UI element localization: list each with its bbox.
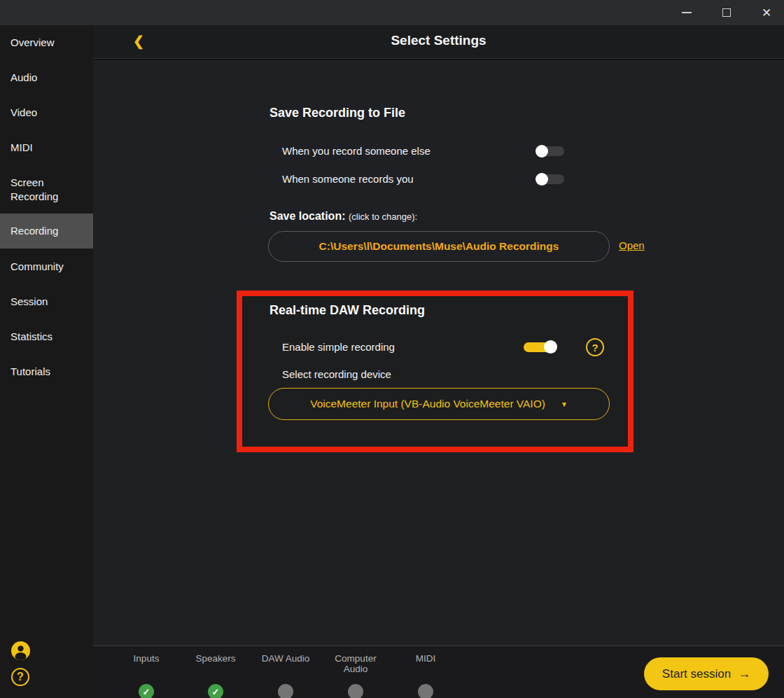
page-header: ❮ Select Settings: [93, 25, 784, 59]
status-inputs: Inputs ✓: [118, 653, 174, 664]
question-glyph: ?: [17, 671, 24, 683]
status-speakers: Speakers ✓: [188, 653, 244, 664]
start-session-button[interactable]: Start session →: [644, 657, 769, 690]
check-icon: ✓: [212, 687, 220, 697]
sidebar-item-session[interactable]: Session: [0, 295, 93, 309]
toggle-knob: [544, 340, 557, 354]
save-location-path: C:\Users\l\Documents\Muse\Audio Recordin…: [319, 240, 559, 253]
sidebar-item-recording[interactable]: Recording: [0, 214, 93, 249]
status-label: Computer Audio: [328, 653, 384, 674]
toggle-knob: [536, 173, 548, 186]
sidebar-item-label: Video: [10, 106, 82, 120]
save-location-label-text: Save location:: [270, 210, 345, 222]
sidebar-item-video[interactable]: Video: [0, 106, 93, 120]
window-titlebar: ✕: [0, 0, 784, 25]
maximize-icon: [722, 8, 731, 17]
sidebar-item-label: Statistics: [10, 330, 82, 344]
record-someone-else-toggle[interactable]: [536, 146, 564, 156]
record-someone-else-label: When you record someone else: [282, 145, 430, 157]
sidebar-item-community[interactable]: Community: [0, 260, 93, 274]
sidebar-item-label: Overview: [10, 36, 82, 50]
sidebar-item-label: MIDI: [10, 141, 82, 155]
status-label: Inputs: [118, 653, 174, 664]
sidebar-item-label: Session: [10, 295, 82, 309]
status-daw-audio: DAW Audio: [258, 653, 314, 664]
sidebar-item-audio[interactable]: Audio: [0, 71, 93, 85]
minimize-icon: [682, 12, 692, 13]
select-recording-device-label: Select recording device: [282, 368, 391, 380]
save-recording-section-title: Save Recording to File: [270, 106, 405, 120]
sidebar-item-screen-recording[interactable]: Screen Recording: [0, 176, 93, 204]
page-title: Select Settings: [93, 33, 784, 48]
inputs-status-ok-icon: ✓: [139, 684, 154, 698]
settings-content: Save Recording to File When you record s…: [93, 60, 784, 645]
sidebar-item-tutorials[interactable]: Tutorials: [0, 365, 93, 379]
status-midi: MIDI: [398, 653, 454, 664]
recording-device-value: VoiceMeeter Input (VB-Audio VoiceMeeter …: [310, 398, 545, 410]
midi-status-inactive-icon: [418, 684, 433, 698]
save-location-label: Save location: (click to change):: [270, 210, 417, 223]
open-folder-link[interactable]: Open: [619, 239, 645, 251]
sidebar-item-midi[interactable]: MIDI: [0, 141, 93, 155]
help-button[interactable]: ?: [11, 668, 29, 686]
sidebar-item-label: Audio: [10, 71, 82, 85]
sidebar-item-label: Screen Recording: [10, 176, 82, 204]
chevron-down-icon: ▼: [561, 400, 568, 408]
enable-simple-recording-toggle[interactable]: [524, 342, 556, 352]
maximize-button[interactable]: [716, 3, 737, 22]
simple-recording-help-button[interactable]: ?: [586, 338, 604, 356]
status-computer-audio: Computer Audio: [328, 653, 384, 674]
close-icon: ✕: [762, 7, 771, 19]
enable-simple-recording-label: Enable simple recording: [282, 341, 395, 353]
sidebar-item-overview[interactable]: Overview: [0, 36, 93, 50]
sidebar: Overview Audio Video MIDI Screen Recordi…: [0, 25, 93, 698]
arrow-right-icon: →: [738, 666, 750, 681]
user-account-button[interactable]: [11, 641, 30, 663]
person-icon: [11, 641, 30, 660]
recording-device-dropdown[interactable]: VoiceMeeter Input (VB-Audio VoiceMeeter …: [268, 388, 610, 420]
sidebar-item-label: Community: [10, 260, 82, 274]
someone-records-you-toggle[interactable]: [536, 174, 564, 184]
status-label: Speakers: [188, 653, 244, 664]
status-footer: Inputs ✓ Speakers ✓ DAW Audio Computer A…: [93, 645, 784, 698]
save-location-hint: (click to change):: [349, 211, 417, 222]
daw-audio-status-inactive-icon: [278, 684, 293, 698]
status-label: DAW Audio: [258, 653, 314, 664]
sidebar-item-statistics[interactable]: Statistics: [0, 330, 93, 344]
check-icon: ✓: [143, 687, 150, 697]
computer-audio-status-inactive-icon: [348, 684, 363, 698]
status-label: MIDI: [398, 653, 454, 664]
minimize-button[interactable]: [676, 3, 697, 22]
speakers-status-ok-icon: ✓: [208, 684, 223, 698]
close-button[interactable]: ✕: [756, 3, 777, 22]
question-icon: ?: [592, 342, 598, 354]
question-icon: ?: [11, 668, 29, 686]
sidebar-item-label: Tutorials: [10, 365, 82, 379]
someone-records-you-label: When someone records you: [282, 173, 414, 185]
daw-recording-section-title: Real-time DAW Recording: [270, 303, 425, 318]
toggle-knob: [536, 145, 548, 158]
save-location-field[interactable]: C:\Users\l\Documents\Muse\Audio Recordin…: [268, 231, 610, 262]
start-session-label: Start session: [662, 667, 731, 681]
sidebar-item-label: Recording: [10, 224, 82, 238]
